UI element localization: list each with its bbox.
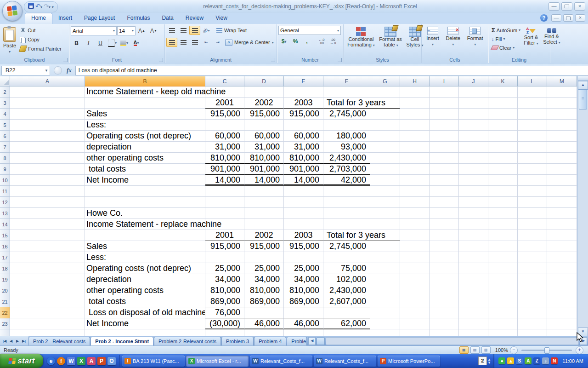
cell-K2[interactable] [488,86,518,98]
increase-indent-button[interactable]: ⇥ [212,38,223,47]
cell-K8[interactable] [488,153,518,164]
cell-I7[interactable] [430,142,459,153]
cell-G4[interactable] [370,109,400,120]
cell-H21[interactable] [400,296,430,307]
paste-button[interactable]: Paste▾ [1,26,18,56]
cell-L3[interactable] [518,98,547,109]
row-header-17[interactable]: 17 [0,252,10,263]
cell-L10[interactable] [518,175,547,186]
cell-F2[interactable] [323,86,370,98]
cell-E11[interactable] [284,186,323,197]
cell-G19[interactable] [370,274,400,285]
wrap-text-button[interactable]: Wrap Text [216,26,247,35]
bold-button[interactable]: B [71,38,82,48]
column-header-A[interactable]: A [10,76,85,86]
cell-C9[interactable]: 901,000 [205,164,244,175]
cell-G2[interactable] [370,86,400,98]
minimize-button[interactable]: — [548,2,560,11]
cell-F15[interactable]: Total for 3 years [323,230,370,241]
office-button[interactable] [2,1,23,21]
cell-E16[interactable]: 915,000 [284,241,323,252]
cell-I21[interactable] [430,296,459,307]
cell-J8[interactable] [459,153,488,164]
cell-A4[interactable] [10,109,85,120]
cell-J7[interactable] [459,142,488,153]
cell-M6[interactable] [547,131,577,142]
cell-F23[interactable]: 62,000 [323,318,370,329]
cell-I8[interactable] [430,153,459,164]
cell-I18[interactable] [430,263,459,274]
orientation-button[interactable]: ab▾ [201,26,212,35]
currency-format-button[interactable]: $▾ [278,37,289,46]
cell-I20[interactable] [430,285,459,296]
cell-F21[interactable]: 2,607,000 [323,296,370,307]
cell-K5[interactable] [488,120,518,131]
cell-K6[interactable] [488,131,518,142]
sort-filter-button[interactable]: AZ Sort & Filter ▾ [521,26,541,56]
cell-M20[interactable] [547,285,577,296]
scroll-down-button[interactable]: ▼ [578,328,588,336]
cell-E12[interactable] [284,197,323,208]
cell-J17[interactable] [459,252,488,263]
normal-view-button[interactable]: ▦ [459,346,469,354]
underline-button[interactable]: U [95,38,106,48]
cell-G7[interactable] [370,142,400,153]
cell-I19[interactable] [430,274,459,285]
cell-E10[interactable]: 14,000 [284,175,323,186]
tab-formulas[interactable]: Formulas [121,13,156,23]
cell-C14[interactable] [205,219,244,230]
cell-J12[interactable] [459,197,488,208]
cell-C10[interactable]: 14,000 [205,175,244,186]
cell-B3[interactable] [85,98,205,109]
number-format-select[interactable]: General▾ [278,26,341,35]
cell-I15[interactable] [430,230,459,241]
cell-M15[interactable] [547,230,577,241]
cell-F10[interactable]: 42,000 [323,175,370,186]
cell-J16[interactable] [459,241,488,252]
cell-J6[interactable] [459,131,488,142]
zoom-out-button[interactable]: − [510,346,518,354]
cell-G14[interactable] [370,219,400,230]
firefox-icon[interactable]: f [57,357,65,365]
row-header-6[interactable]: 6 [0,131,10,142]
workbook-minimize-button[interactable]: — [551,14,561,22]
cell-E3[interactable]: 2003 [284,98,323,109]
tab-page-layout[interactable]: Page Layout [78,13,121,23]
scrollbar-split-handle[interactable] [578,76,588,81]
cell-J5[interactable] [459,120,488,131]
cell-M17[interactable] [547,252,577,263]
cell-C7[interactable]: 31,000 [205,142,244,153]
cell-B6[interactable]: Operating costs (not deprec) [85,131,205,142]
network-status-icon[interactable]: ● [498,357,505,364]
cell-I10[interactable] [430,175,459,186]
save-button[interactable] [28,2,34,12]
cell-A6[interactable] [10,131,85,142]
sheet-tab-problem-3[interactable]: Problem 3 [221,337,254,345]
cell-D21[interactable]: 869,000 [244,296,284,307]
zoom-level[interactable]: 100% [495,347,508,353]
row-header-16[interactable]: 16 [0,241,10,252]
cell-A5[interactable] [10,120,85,131]
cell-H2[interactable] [400,86,430,98]
row-header-3[interactable]: 3 [0,98,10,109]
number-dialog-launcher[interactable] [338,58,342,62]
cell-A7[interactable] [10,142,85,153]
cell-C17[interactable] [205,252,244,263]
cell-I16[interactable] [430,241,459,252]
cell-L18[interactable] [518,263,547,274]
cell-G5[interactable] [370,120,400,131]
copy-button[interactable]: Copy [19,35,62,44]
row-header-11[interactable]: 11 [0,186,10,197]
cell-L14[interactable] [518,219,547,230]
cell-B21[interactable]: total costs [85,296,205,307]
cell-H16[interactable] [400,241,430,252]
tab-home[interactable]: Home [25,13,52,24]
cell-C12[interactable] [205,197,244,208]
cell-F3[interactable]: Total for 3 years [323,98,370,109]
cell-I13[interactable] [430,208,459,219]
powerpoint-icon[interactable]: P [97,357,106,365]
cell-D23[interactable]: 46,000 [244,318,284,329]
cell-K10[interactable] [488,175,518,186]
cell-M13[interactable] [547,208,577,219]
cell-J20[interactable] [459,285,488,296]
